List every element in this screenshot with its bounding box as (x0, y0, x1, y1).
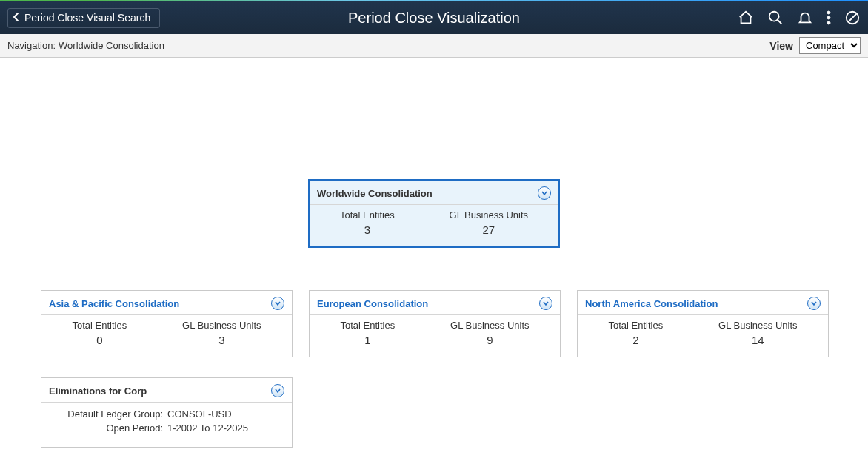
metric-total-entities: Total Entities 3 (340, 209, 395, 236)
svg-point-2 (827, 11, 830, 14)
metric-total-entities: Total Entities 0 (72, 320, 127, 346)
kebab-menu-icon[interactable] (827, 10, 831, 26)
metric-label: GL Business Units (450, 320, 529, 331)
back-button-label: Period Close Visual Search (24, 12, 150, 24)
metric-value: 1 (340, 334, 395, 346)
nav-current: Worldwide Consolidation (59, 40, 164, 51)
compass-icon[interactable] (844, 10, 861, 26)
svg-line-6 (849, 14, 857, 22)
node-asia-pacific-consolidation[interactable]: Asia & Pacific Consolidation Total Entit… (41, 290, 293, 357)
chevron-down-circle-icon (271, 384, 284, 397)
view-label: View (769, 40, 793, 52)
svg-point-0 (769, 12, 779, 21)
tree-canvas: Worldwide Consolidation Total Entities 3… (0, 58, 868, 461)
chevron-down-circle-icon (271, 297, 284, 310)
node-action-button[interactable] (538, 186, 551, 200)
nav-prefix: Navigation: (7, 40, 56, 51)
metric-label: GL Business Units (182, 320, 261, 331)
node-title[interactable]: European Consolidation (317, 298, 428, 309)
node-title: Worldwide Consolidation (317, 188, 433, 199)
label-open-period: Open Period: (49, 423, 167, 434)
node-worldwide-consolidation[interactable]: Worldwide Consolidation Total Entities 3… (308, 179, 560, 248)
metric-total-entities: Total Entities 1 (340, 320, 395, 346)
metric-value: 14 (718, 334, 797, 346)
metric-label: Total Entities (608, 320, 663, 331)
chevron-down-circle-icon (539, 297, 552, 310)
metric-value: 0 (72, 334, 127, 346)
svg-point-4 (827, 21, 830, 24)
metric-label: Total Entities (72, 320, 127, 331)
metric-label: GL Business Units (718, 320, 797, 331)
svg-point-3 (827, 16, 830, 19)
breadcrumb: Navigation: Worldwide Consolidation (7, 40, 164, 51)
header-actions (738, 10, 861, 26)
metric-value: 9 (450, 334, 529, 346)
home-icon[interactable] (738, 10, 754, 26)
svg-line-1 (778, 20, 782, 24)
metric-label: Total Entities (340, 209, 395, 221)
value-default-ledger-group: CONSOL-USD (167, 408, 232, 420)
metric-label: GL Business Units (450, 209, 528, 221)
chevron-down-circle-icon (538, 186, 551, 200)
page-title: Period Close Visualization (348, 10, 520, 27)
node-title[interactable]: Asia & Pacific Consolidation (49, 298, 179, 309)
app-header: Period Close Visual Search Period Close … (0, 1, 868, 34)
chevron-down-circle-icon (807, 297, 821, 310)
back-button[interactable]: Period Close Visual Search (7, 8, 160, 28)
metric-gl-business-units: GL Business Units 9 (450, 320, 529, 346)
node-action-button[interactable] (539, 297, 552, 310)
search-icon[interactable] (767, 10, 784, 26)
node-action-button[interactable] (807, 297, 821, 310)
view-select[interactable]: Compact (799, 37, 861, 54)
metric-gl-business-units: GL Business Units 14 (718, 320, 797, 346)
label-default-ledger-group: Default Ledger Group: (49, 408, 167, 420)
metric-gl-business-units: GL Business Units 27 (450, 209, 528, 236)
navigation-subbar: Navigation: Worldwide Consolidation View… (0, 34, 868, 58)
node-european-consolidation[interactable]: European Consolidation Total Entities 1 … (309, 290, 561, 357)
node-action-button[interactable] (271, 384, 284, 397)
node-title: Eliminations for Corp (49, 386, 147, 397)
bell-icon[interactable] (797, 10, 813, 26)
node-north-america-consolidation[interactable]: North America Consolidation Total Entiti… (577, 290, 829, 357)
node-action-button[interactable] (271, 297, 284, 310)
row-open-period: Open Period: 1-2002 To 12-2025 (49, 423, 284, 434)
metric-value: 2 (608, 334, 663, 346)
row-default-ledger-group: Default Ledger Group: CONSOL-USD (49, 408, 284, 420)
metric-gl-business-units: GL Business Units 3 (182, 320, 261, 346)
metric-value: 3 (340, 223, 395, 236)
metric-value: 3 (182, 334, 261, 346)
node-title[interactable]: North America Consolidation (585, 298, 718, 309)
chevron-left-icon (13, 12, 20, 24)
metric-label: Total Entities (340, 320, 395, 331)
value-open-period: 1-2002 To 12-2025 (167, 423, 248, 434)
metric-value: 27 (450, 223, 528, 236)
metric-total-entities: Total Entities 2 (608, 320, 663, 346)
node-eliminations-for-corp[interactable]: Eliminations for Corp Default Ledger Gro… (41, 377, 293, 448)
